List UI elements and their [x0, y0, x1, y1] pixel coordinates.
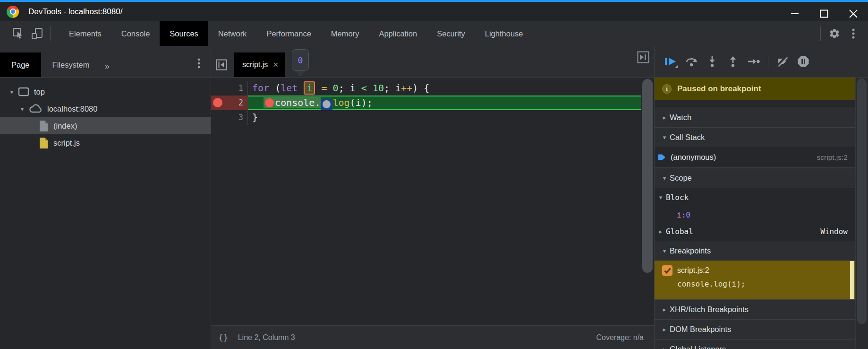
breakpoint-dot-icon[interactable] [213, 98, 222, 107]
show-debugger-icon[interactable] [637, 51, 649, 63]
hide-navigator-icon[interactable] [216, 59, 227, 70]
breakpoint-gutter[interactable] [211, 81, 225, 96]
section-watch[interactable]: ▸ Watch [655, 107, 855, 127]
scope-global[interactable]: ▸ Global Window [655, 222, 855, 241]
tab-elements[interactable]: Elements [59, 21, 111, 46]
paused-banner: i Paused on breakpoint [655, 78, 855, 100]
editor-status-bar: {} Line 2, Column 3 Coverage: n/a [211, 325, 654, 349]
tooltip-arrow [296, 71, 305, 82]
code-token: let [281, 82, 298, 94]
tab-sources[interactable]: Sources [160, 21, 208, 46]
device-toolbar-icon[interactable] [30, 26, 44, 41]
code-line-3: 3} [211, 110, 641, 125]
main-toolbar: ElementsConsoleSourcesNetworkPerformance… [0, 21, 868, 46]
collapse-arrow-icon: ▸ [659, 326, 670, 333]
code-token [327, 82, 333, 94]
line-number[interactable]: 1 [225, 81, 248, 96]
tab-performance[interactable]: Performance [256, 21, 321, 46]
xhr-breakpoints-label: XHR/fetch Breakpoints [670, 305, 749, 314]
step-button[interactable] [743, 52, 764, 71]
code-token: ) { [412, 82, 429, 94]
step-over-button[interactable] [681, 52, 702, 71]
close-tab-icon[interactable]: × [273, 60, 278, 70]
variable-value-tooltip: 0 [292, 49, 309, 71]
inline-breakpoint-candidate-icon[interactable] [321, 99, 332, 110]
code-line-content[interactable]: console.log(i); [248, 96, 641, 110]
tree-item-label: localhost:8080 [47, 105, 97, 113]
more-options-kebab-icon[interactable] [846, 26, 860, 41]
debugger-scrollbar-thumb[interactable] [857, 79, 867, 324]
breakpoint-gutter[interactable] [211, 96, 225, 110]
editor-scrollbar[interactable] [641, 78, 654, 325]
code-line-content[interactable]: for (let i = 0; i < 10; i++) { [248, 81, 641, 96]
deactivate-breakpoints-button[interactable] [772, 52, 793, 71]
tree-item-script-js[interactable]: script.js [0, 134, 211, 151]
code-line-2: 2 console.log(i); [211, 96, 641, 110]
step-into-button[interactable] [702, 52, 723, 71]
section-scope[interactable]: ▾ Scope [655, 168, 855, 188]
section-dom-breakpoints[interactable]: ▸ DOM Breakpoints [655, 319, 855, 339]
pretty-print-icon[interactable]: {} [218, 332, 229, 342]
tab-network[interactable]: Network [208, 21, 257, 46]
section-call-stack[interactable]: ▾ Call Stack [655, 127, 855, 147]
tree-item-top[interactable]: ▾top [0, 83, 211, 100]
section-xhr-breakpoints[interactable]: ▸ XHR/fetch Breakpoints [655, 299, 855, 319]
editor-scrollbar-thumb[interactable] [642, 79, 653, 273]
info-icon: i [662, 84, 672, 94]
section-breakpoints[interactable]: ▾ Breakpoints [655, 241, 855, 261]
sidebar-kebab-icon[interactable] [197, 58, 200, 69]
inline-breakpoint-active-icon[interactable] [265, 98, 274, 107]
window-title: DevTools - localhost:8080/ [28, 7, 122, 17]
scope-block[interactable]: ▾ Block [655, 188, 855, 207]
tab-memory[interactable]: Memory [321, 21, 369, 46]
editor-header: script.js × [211, 46, 654, 78]
tree-item-label: script.js [53, 139, 80, 148]
resume-script-button[interactable] [660, 52, 681, 71]
scope-label: Scope [670, 174, 692, 183]
tree-item-localhost-8080[interactable]: ▾localhost:8080 [0, 100, 211, 117]
tab-security[interactable]: Security [427, 21, 475, 46]
hovered-variable[interactable]: i [304, 81, 315, 95]
code-token: ( [269, 82, 281, 94]
breakpoint-entry[interactable]: script.js:2 console.log(i); [655, 261, 855, 299]
editor-tab-scriptjs[interactable]: script.js × [234, 52, 285, 77]
pause-on-exceptions-button[interactable] [793, 52, 814, 71]
maximize-button[interactable] [809, 4, 839, 23]
expand-arrow-icon[interactable]: ▾ [17, 105, 27, 113]
tab-console[interactable]: Console [111, 21, 160, 46]
variable-name: i [677, 210, 681, 219]
inspect-element-icon[interactable] [11, 26, 26, 41]
call-stack-frame[interactable]: (anonymous) script.js:2 [655, 147, 855, 168]
watch-label: Watch [670, 113, 691, 122]
collapse-arrow-icon: ▸ [655, 228, 666, 235]
paused-message: Paused on breakpoint [677, 84, 761, 94]
breakpoint-checkbox[interactable] [662, 265, 672, 276]
tab-lighthouse[interactable]: Lighthouse [475, 21, 533, 46]
more-tabs-chevron-icon[interactable]: » [101, 61, 113, 77]
tree-item--index-[interactable]: (index) [0, 117, 211, 134]
code-editor[interactable]: 1for (let i = 0; i < 10; i++) {2 console… [211, 78, 654, 325]
settings-gear-icon[interactable] [827, 26, 842, 41]
code-line-1: 1for (let i = 0; i < 10; i++) { [211, 81, 641, 96]
close-button[interactable] [839, 4, 868, 23]
tab-filesystem[interactable]: Filesystem [41, 52, 101, 77]
paused-position-token: console. [264, 97, 321, 108]
line-number[interactable]: 3 [225, 110, 248, 125]
panel-tabs: ElementsConsoleSourcesNetworkPerformance… [59, 21, 533, 46]
breakpoint-gutter[interactable] [211, 110, 225, 125]
devtools-window: DevTools - localhost:8080/ [0, 0, 868, 349]
section-global-listeners[interactable]: ▸ Global Listeners [655, 339, 855, 349]
code-token: ; i [384, 82, 401, 94]
expand-arrow-icon[interactable]: ▾ [7, 88, 17, 96]
debugger-scrollbar[interactable] [855, 78, 868, 349]
code-token: < [361, 82, 367, 94]
frame-location: script.js:2 [817, 153, 855, 162]
code-line-content[interactable]: } [248, 110, 641, 125]
scope-variable[interactable]: i: 0 [655, 207, 855, 222]
step-out-button[interactable] [723, 52, 743, 71]
tab-page[interactable]: Page [0, 52, 41, 77]
tab-application[interactable]: Application [369, 21, 427, 46]
minimize-button[interactable] [780, 4, 809, 23]
chrome-logo-icon [7, 6, 19, 18]
line-number[interactable]: 2 [225, 96, 248, 110]
